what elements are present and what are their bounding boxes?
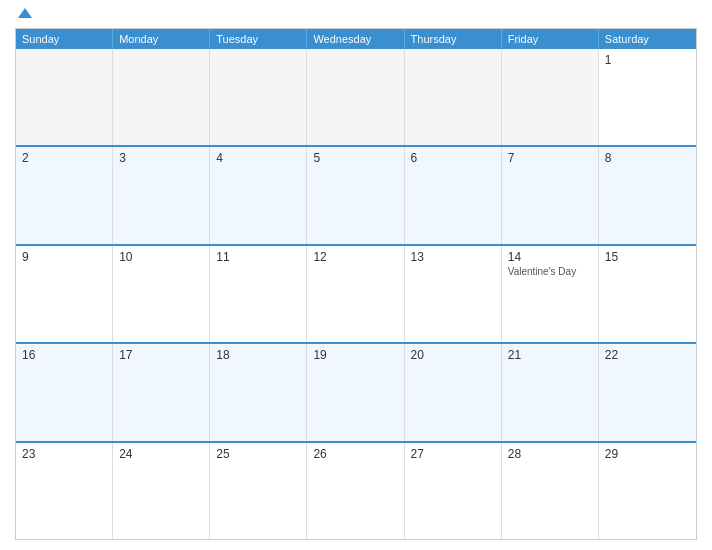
day-cell: 16 bbox=[16, 344, 113, 440]
day-cell: 7 bbox=[502, 147, 599, 243]
day-cell bbox=[307, 49, 404, 145]
day-cell: 11 bbox=[210, 246, 307, 342]
day-number: 28 bbox=[508, 447, 592, 461]
logo bbox=[15, 10, 32, 20]
day-cell: 24 bbox=[113, 443, 210, 539]
day-number: 9 bbox=[22, 250, 106, 264]
calendar-container: SundayMondayTuesdayWednesdayThursdayFrid… bbox=[0, 0, 712, 550]
day-number: 11 bbox=[216, 250, 300, 264]
day-cell: 3 bbox=[113, 147, 210, 243]
day-number: 25 bbox=[216, 447, 300, 461]
week-row-2: 2345678 bbox=[16, 145, 696, 243]
day-header-sunday: Sunday bbox=[16, 29, 113, 49]
day-number: 19 bbox=[313, 348, 397, 362]
day-number: 5 bbox=[313, 151, 397, 165]
week-row-4: 16171819202122 bbox=[16, 342, 696, 440]
day-cell: 19 bbox=[307, 344, 404, 440]
day-number: 17 bbox=[119, 348, 203, 362]
day-header-tuesday: Tuesday bbox=[210, 29, 307, 49]
day-number: 20 bbox=[411, 348, 495, 362]
logo-triangle-icon bbox=[18, 8, 32, 18]
day-header-wednesday: Wednesday bbox=[307, 29, 404, 49]
day-cell: 4 bbox=[210, 147, 307, 243]
day-number: 7 bbox=[508, 151, 592, 165]
day-number: 26 bbox=[313, 447, 397, 461]
day-number: 2 bbox=[22, 151, 106, 165]
day-number: 29 bbox=[605, 447, 690, 461]
day-header-thursday: Thursday bbox=[405, 29, 502, 49]
day-cell: 28 bbox=[502, 443, 599, 539]
day-number: 8 bbox=[605, 151, 690, 165]
day-cell: 12 bbox=[307, 246, 404, 342]
day-cell: 13 bbox=[405, 246, 502, 342]
day-number: 4 bbox=[216, 151, 300, 165]
day-number: 3 bbox=[119, 151, 203, 165]
day-cell bbox=[16, 49, 113, 145]
day-cell: 15 bbox=[599, 246, 696, 342]
calendar-header bbox=[15, 10, 697, 20]
day-number: 21 bbox=[508, 348, 592, 362]
day-number: 14 bbox=[508, 250, 592, 264]
day-number: 12 bbox=[313, 250, 397, 264]
day-cell bbox=[210, 49, 307, 145]
day-cell: 27 bbox=[405, 443, 502, 539]
day-number: 16 bbox=[22, 348, 106, 362]
day-number: 6 bbox=[411, 151, 495, 165]
day-cell: 21 bbox=[502, 344, 599, 440]
day-cell: 29 bbox=[599, 443, 696, 539]
day-cell: 22 bbox=[599, 344, 696, 440]
day-number: 23 bbox=[22, 447, 106, 461]
day-cell: 26 bbox=[307, 443, 404, 539]
day-cell: 8 bbox=[599, 147, 696, 243]
day-cell: 1 bbox=[599, 49, 696, 145]
day-number: 18 bbox=[216, 348, 300, 362]
day-cell: 17 bbox=[113, 344, 210, 440]
week-row-5: 23242526272829 bbox=[16, 441, 696, 539]
day-number: 15 bbox=[605, 250, 690, 264]
day-cell: 5 bbox=[307, 147, 404, 243]
day-number: 27 bbox=[411, 447, 495, 461]
day-cell: 9 bbox=[16, 246, 113, 342]
day-number: 10 bbox=[119, 250, 203, 264]
day-cell: 10 bbox=[113, 246, 210, 342]
day-cell bbox=[113, 49, 210, 145]
day-number: 13 bbox=[411, 250, 495, 264]
day-header-friday: Friday bbox=[502, 29, 599, 49]
day-header-monday: Monday bbox=[113, 29, 210, 49]
event-label: Valentine's Day bbox=[508, 266, 592, 277]
day-cell: 14Valentine's Day bbox=[502, 246, 599, 342]
day-cell bbox=[405, 49, 502, 145]
calendar-grid: SundayMondayTuesdayWednesdayThursdayFrid… bbox=[15, 28, 697, 540]
day-cell: 2 bbox=[16, 147, 113, 243]
day-cell: 6 bbox=[405, 147, 502, 243]
day-number: 24 bbox=[119, 447, 203, 461]
day-number: 1 bbox=[605, 53, 690, 67]
day-cell: 25 bbox=[210, 443, 307, 539]
day-cell: 20 bbox=[405, 344, 502, 440]
week-row-1: 1 bbox=[16, 49, 696, 145]
week-row-3: 91011121314Valentine's Day15 bbox=[16, 244, 696, 342]
day-cell bbox=[502, 49, 599, 145]
weeks-container: 1234567891011121314Valentine's Day151617… bbox=[16, 49, 696, 539]
day-cell: 23 bbox=[16, 443, 113, 539]
day-headers-row: SundayMondayTuesdayWednesdayThursdayFrid… bbox=[16, 29, 696, 49]
day-number: 22 bbox=[605, 348, 690, 362]
day-header-saturday: Saturday bbox=[599, 29, 696, 49]
day-cell: 18 bbox=[210, 344, 307, 440]
